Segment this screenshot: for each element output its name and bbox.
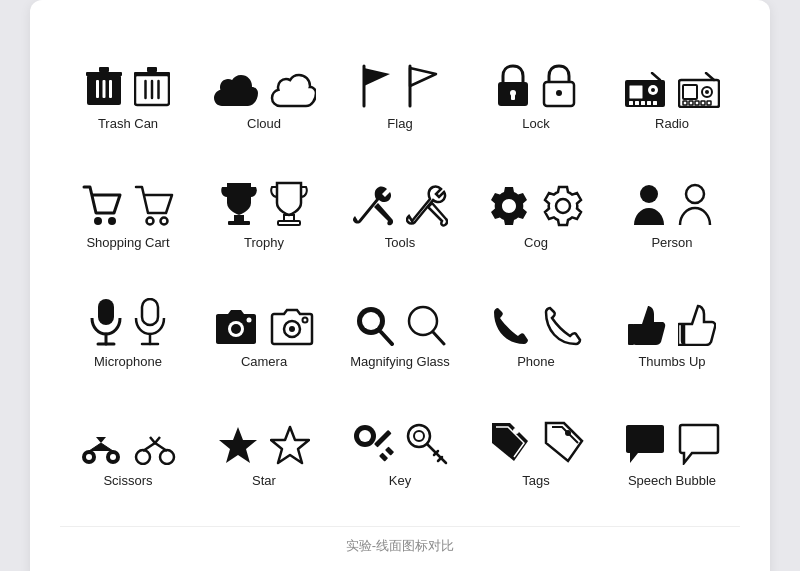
footer-label: 实验-线面图标对比 [60,526,740,555]
svg-rect-42 [234,215,244,221]
person-label: Person [651,235,692,252]
scissors-filled-icon [80,429,122,465]
svg-point-16 [556,90,562,96]
svg-point-70 [86,454,92,460]
svg-point-38 [94,217,102,225]
icon-group-phone: Phone [468,278,604,387]
icon-group-lock: Lock [468,40,604,149]
scissors-outline-icon [134,429,176,465]
lock-outline-icon [542,64,576,108]
svg-rect-23 [635,101,639,105]
star-label: Star [252,473,276,490]
camera-outline-icon [270,308,314,346]
svg-line-85 [438,457,442,461]
speech-bubble-outline-icon [678,423,720,465]
speech-bubble-label: Speech Bubble [628,473,716,490]
star-filled-icon [218,425,258,465]
trophy-filled-icon [220,181,258,227]
person-filled-icon [632,183,666,227]
svg-rect-8 [147,67,157,72]
svg-rect-33 [689,101,693,105]
svg-rect-78 [374,430,392,448]
svg-line-65 [433,332,444,344]
tools-filled-icon [352,185,394,227]
svg-rect-32 [683,101,687,105]
svg-rect-66 [628,324,634,345]
scissors-label: Scissors [103,473,152,490]
icon-group-magnifying-glass: Magnifying Glass [332,278,468,387]
lock-filled-icon [496,64,530,108]
svg-point-62 [362,312,380,330]
svg-rect-45 [278,221,300,225]
icon-group-person: Person [604,159,740,268]
camera-filled-icon [214,308,258,346]
magnifying-glass-label: Magnifying Glass [350,354,450,371]
radio-filled-icon [624,72,666,108]
svg-rect-34 [695,101,699,105]
shopping-cart-filled-icon [82,185,122,227]
camera-label: Camera [241,354,287,371]
svg-rect-26 [653,101,657,105]
svg-rect-29 [683,85,697,99]
svg-line-27 [652,73,660,80]
trophy-label: Trophy [244,235,284,252]
shopping-cart-label: Shopping Cart [86,235,169,252]
tools-outline-icon [406,185,448,227]
svg-rect-22 [629,101,633,105]
icon-group-shopping-cart: Shopping Cart [60,159,196,268]
phone-label: Phone [517,354,555,371]
key-label: Key [389,473,411,490]
flag-label: Flag [387,116,412,133]
flag-outline-icon [406,64,440,108]
icon-group-tags: Tags [468,397,604,506]
magnifying-glass-filled-icon [354,304,394,346]
cog-outline-icon [542,185,584,227]
flag-filled-icon [360,64,394,108]
svg-rect-7 [134,72,170,76]
svg-rect-49 [98,299,114,325]
icon-group-scissors: Scissors [60,397,196,506]
icon-group-microphone: Microphone [60,278,196,387]
tags-label: Tags [522,473,549,490]
magnifying-glass-outline-icon [406,304,446,346]
svg-point-60 [303,317,308,322]
svg-marker-75 [271,427,309,463]
svg-point-31 [705,90,709,94]
radio-label: Radio [655,116,689,133]
microphone-label: Microphone [94,354,162,371]
icon-group-cloud: Cloud [196,40,332,149]
key-filled-icon [352,423,394,465]
svg-rect-14 [511,94,515,100]
svg-point-47 [640,185,658,203]
svg-rect-52 [142,299,158,325]
svg-rect-36 [707,101,711,105]
svg-rect-5 [109,80,112,98]
tags-filled-icon [488,421,530,465]
icon-grid: Trash Can Cloud [60,40,740,506]
svg-rect-2 [99,67,109,72]
tags-outline-icon [542,421,584,465]
phone-outline-icon [542,306,582,346]
svg-point-21 [651,88,655,92]
svg-rect-35 [701,101,705,105]
thumbs-up-filled-icon [628,304,666,346]
svg-point-73 [160,450,174,464]
svg-rect-43 [228,221,250,225]
cog-filled-icon [488,185,530,227]
icon-group-thumbs-up: Thumbs Up [604,278,740,387]
svg-rect-79 [385,446,394,455]
svg-point-72 [136,450,150,464]
svg-point-46 [556,199,570,213]
main-card: Trash Can Cloud [30,0,770,571]
shopping-cart-outline-icon [134,185,174,227]
svg-line-63 [381,332,392,344]
svg-marker-74 [219,427,257,463]
trophy-outline-icon [270,181,308,227]
svg-point-48 [686,185,704,203]
cloud-label: Cloud [247,116,281,133]
trash-can-label: Trash Can [98,116,158,133]
svg-point-82 [414,431,424,441]
svg-point-59 [289,326,295,332]
person-outline-icon [678,183,712,227]
svg-rect-1 [86,72,122,76]
